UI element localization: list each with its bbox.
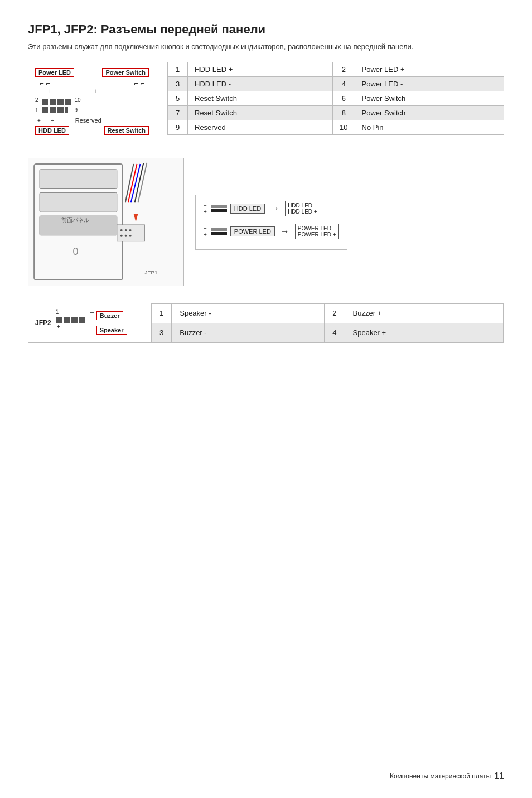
pin-num: 2 xyxy=(333,62,355,77)
jfp1-connector-diagram: Power LED Power Switch ⌐ ⌐ ⌐ ⌐ + + + 2 1 xyxy=(28,62,156,141)
pin-num: 2 xyxy=(325,304,345,323)
power-led-legend-row: − + POWER LED → POWER LED - POWER LED + xyxy=(204,224,339,239)
pin-label: Buzzer - xyxy=(172,323,325,342)
pin-label: Power LED - xyxy=(355,77,504,91)
pin-grid-area: 2 1 10 9 xyxy=(35,95,149,115)
svg-point-16 xyxy=(129,229,132,231)
pin-label: Power Switch xyxy=(355,91,504,106)
bottom-plus-row: + + Reserved xyxy=(35,117,149,124)
arrow-right-icon2: → xyxy=(280,226,289,236)
pin-label: Reset Switch xyxy=(188,91,333,106)
buzzer-bracket-shape xyxy=(90,312,94,319)
pin-num: 1 xyxy=(168,62,188,77)
hdd-led-legend-row: − + HDD LED → HDD LED - HDD LED + xyxy=(204,201,339,216)
pc-case-diagram: 前面パネル 0 JFP1 xyxy=(28,158,184,286)
pin-label: Speaker + xyxy=(345,323,503,342)
jfp2-pin1 xyxy=(56,317,62,323)
pin-2-3 xyxy=(57,99,64,105)
pin-label: Power LED + xyxy=(355,62,504,77)
footer: Компоненты материнской платы 11 xyxy=(390,771,504,781)
footer-page: 11 xyxy=(494,771,504,781)
pin-label: No Pin xyxy=(355,120,504,135)
pin-num: 9 xyxy=(168,120,188,135)
pin-num: 6 xyxy=(333,91,355,106)
left-pin-numbers: 2 1 xyxy=(35,95,38,115)
reserved-bracket-shape xyxy=(60,118,75,123)
jfp2-pin-table: 1 Speaker - 2 Buzzer + 3 Buzzer - 4 Spea… xyxy=(151,303,504,342)
buzzer-bracket: Buzzer xyxy=(90,311,127,320)
pin-num: 8 xyxy=(333,106,355,120)
right-bracket: ⌐ ⌐ xyxy=(134,79,144,88)
wire-plus-hdd xyxy=(211,209,227,212)
hdd-led-pins: HDD LED - HDD LED + xyxy=(285,201,320,216)
svg-rect-2 xyxy=(40,192,117,212)
pin-2-1 xyxy=(42,99,48,105)
pin-grid xyxy=(42,99,71,113)
hdd-led-label: HDD LED xyxy=(35,126,69,135)
table-row: 5 Reset Switch 6 Power Switch xyxy=(168,91,504,106)
speaker-bracket-shape xyxy=(90,327,94,333)
jfp2-pin-area: 1 + xyxy=(56,317,85,330)
svg-point-15 xyxy=(125,229,127,231)
svg-marker-11 xyxy=(134,214,138,222)
power-led-label: Power LED xyxy=(35,68,74,77)
jfp2-pin1-label: 1 xyxy=(56,309,59,315)
bracket-row: ⌐ ⌐ ⌐ ⌐ xyxy=(35,79,149,88)
svg-point-17 xyxy=(120,235,123,237)
pin-label: Speaker - xyxy=(172,304,325,323)
legend-separator xyxy=(204,221,339,221)
page-subtitle: Эти разъемы служат для подключения кнопо… xyxy=(28,42,504,51)
pin-label: Reset Switch xyxy=(188,106,333,120)
pin-label: Buzzer + xyxy=(345,304,503,323)
jfp2-section: JFP2 1 + Buzzer Speaker xyxy=(28,303,504,343)
pin-label: Power Switch xyxy=(355,106,504,120)
pin-num: 4 xyxy=(325,323,345,342)
pin-num: 10 xyxy=(333,120,355,135)
reset-switch-label: Reset Switch xyxy=(104,126,149,135)
pin-num: 3 xyxy=(152,323,172,342)
svg-point-19 xyxy=(129,235,132,237)
pin-1-4-half xyxy=(65,107,68,113)
jfp2-pin2 xyxy=(64,317,70,323)
table-row: 9 Reserved 10 No Pin xyxy=(168,120,504,135)
left-bracket: ⌐ ⌐ xyxy=(40,79,50,88)
table-row: 3 HDD LED - 4 Power LED - xyxy=(168,77,504,91)
pin-label: Reserved xyxy=(188,120,333,135)
jfp2-diagram: JFP2 1 + Buzzer Speaker xyxy=(28,303,151,342)
bottom-plus-signs: + + xyxy=(37,118,54,124)
pin-num: 1 xyxy=(152,304,172,323)
arrow-right-icon: → xyxy=(270,204,279,214)
pin-num: 7 xyxy=(168,106,188,120)
svg-rect-1 xyxy=(40,170,117,189)
wire-plus-power xyxy=(211,232,227,235)
cable-section: 前面パネル 0 JFP1 − xyxy=(28,158,504,286)
jfp2-bracket-labels: Buzzer Speaker xyxy=(90,311,127,335)
pin-2-2 xyxy=(50,99,56,105)
connector-legend: − + HDD LED → HDD LED - HDD LED + − + xyxy=(195,195,347,250)
speaker-label: Speaker xyxy=(96,326,127,335)
buzzer-label: Buzzer xyxy=(96,311,123,320)
svg-text:前面パネル: 前面パネル xyxy=(61,217,89,223)
power-led-connector: POWER LED xyxy=(230,226,275,236)
power-switch-label: Power Switch xyxy=(102,68,149,77)
table-row: 1 Speaker - 2 Buzzer + xyxy=(152,304,504,323)
pin-1-3 xyxy=(57,107,64,113)
pin-label: HDD LED + xyxy=(188,62,333,77)
pc-case-svg: 前面パネル 0 JFP1 xyxy=(28,158,183,286)
speaker-bracket: Speaker xyxy=(90,326,127,335)
reserved-row: Reserved xyxy=(60,117,101,124)
pin-1-2 xyxy=(50,107,56,113)
wire-minus-power xyxy=(211,228,227,231)
jfp2-pin-row xyxy=(56,317,85,323)
conn-top-labels: Power LED Power Switch xyxy=(35,68,149,77)
right-pin-numbers: 10 9 xyxy=(75,95,81,115)
table-row: 1 HDD LED + 2 Power LED + xyxy=(168,62,504,77)
wire-minus-hdd xyxy=(211,205,227,208)
page-title: JFP1, JFP2: Разъемы передней панели xyxy=(28,22,504,37)
pin-2-4 xyxy=(65,99,71,105)
jfp2-pin4 xyxy=(79,317,85,323)
svg-rect-13 xyxy=(117,225,145,241)
table-row: 3 Buzzer - 4 Speaker + xyxy=(152,323,504,342)
svg-point-14 xyxy=(120,229,123,231)
conn-bottom-labels: HDD LED Reset Switch xyxy=(35,126,149,135)
